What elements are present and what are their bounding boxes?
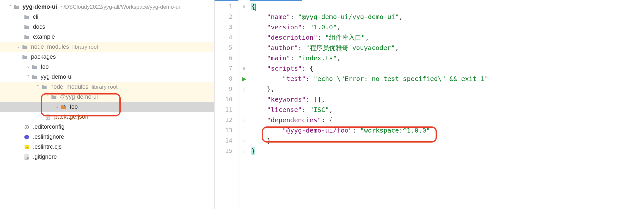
- code-line[interactable]: "keywords": [],: [250, 94, 644, 104]
- tree-item-node-modules[interactable]: › node_modules library root: [0, 42, 214, 52]
- folder-icon: [21, 44, 28, 51]
- margin-marker: [238, 43, 250, 53]
- library-root-label: library root: [92, 84, 117, 90]
- margin-marker: [238, 12, 250, 22]
- code-area[interactable]: { "name": "@yyg-demo-ui/yyg-demo-ui", "v…: [250, 0, 644, 209]
- code-line[interactable]: },: [250, 84, 644, 94]
- line-number: 5: [215, 43, 238, 53]
- tree-item-eslintrc[interactable]: JS .eslintrc.cjs: [0, 142, 214, 152]
- folder-label: foo: [41, 64, 49, 70]
- tree-item-linked-foo[interactable]: › foo: [0, 102, 214, 112]
- folder-label: node_modules: [31, 44, 69, 50]
- line-number: 11: [215, 104, 238, 115]
- tree-item-gitignore[interactable]: .gitignore: [0, 152, 214, 162]
- line-number: 10: [215, 94, 238, 104]
- folder-label: foo: [70, 104, 78, 110]
- chevron-down-icon: ˅: [25, 75, 31, 80]
- folder-link-icon: [60, 104, 67, 111]
- line-number: 6: [215, 53, 238, 63]
- code-line[interactable]: "author": "程序员优雅哥 youyacoder",: [250, 43, 644, 53]
- code-line[interactable]: "dependencies": {: [250, 115, 644, 125]
- code-line[interactable]: "description": "组件库入口",: [250, 32, 644, 43]
- folder-icon: [23, 14, 30, 21]
- margin-marker: ▶: [238, 74, 250, 84]
- tree-item-editorconfig[interactable]: .editorconfig: [0, 122, 214, 132]
- margin-marker: [238, 94, 250, 104]
- tree-item-cli[interactable]: cli: [0, 12, 214, 22]
- project-path: ~/DSCloudy2022/yyg-all/Workspace/yyg-dem…: [60, 4, 180, 10]
- svg-text:JS: JS: [25, 146, 28, 149]
- folder-label: docs: [33, 24, 45, 30]
- folder-icon: [23, 24, 30, 31]
- line-number: 8: [215, 74, 238, 84]
- margin-marker: [238, 104, 250, 115]
- fold-icon[interactable]: ⊟: [242, 118, 246, 122]
- line-number: 15: [215, 146, 238, 156]
- tree-item-example[interactable]: example: [0, 32, 214, 42]
- folder-icon: [31, 64, 38, 71]
- line-number: 7: [215, 63, 238, 74]
- tree-root-row[interactable]: ˅ yyg-demo-ui ~/DSCloudy2022/yyg-all/Wor…: [0, 2, 214, 12]
- chevron-down-icon: ˅: [35, 85, 41, 90]
- svg-point-3: [26, 126, 27, 127]
- margin-marker: [238, 32, 250, 43]
- code-line[interactable]: "license": "ISC",: [250, 104, 644, 115]
- folder-label: node_modules: [50, 84, 88, 90]
- margin-marker: ⊟: [238, 146, 250, 156]
- line-number: 3: [215, 22, 238, 32]
- svg-text:{}: {}: [46, 116, 48, 119]
- js-file-icon: JS: [23, 144, 30, 151]
- tree-item-docs[interactable]: docs: [0, 22, 214, 32]
- file-tree[interactable]: ˅ yyg-demo-ui ~/DSCloudy2022/yyg-all/Wor…: [0, 0, 215, 209]
- gitignore-icon: [23, 154, 30, 161]
- code-line[interactable]: "@yyg-demo-ui/foo": "workspace:^1.0.0": [250, 125, 644, 135]
- json-file-icon: {}: [45, 114, 52, 121]
- folder-icon: [50, 94, 57, 101]
- tree-item-packages-yyg-demo-ui[interactable]: ˅ yyg-demo-ui: [0, 72, 214, 82]
- file-label: .gitignore: [33, 154, 57, 160]
- code-line[interactable]: "name": "@yyg-demo-ui/yyg-demo-ui",: [250, 12, 644, 22]
- line-number: 12: [215, 115, 238, 125]
- margin-marker: ⊟: [238, 63, 250, 74]
- folder-label: example: [33, 34, 55, 40]
- margin-marker: ⊟: [238, 1, 250, 12]
- folder-icon: [41, 84, 48, 91]
- code-line[interactable]: "main": "index.ts",: [250, 53, 644, 63]
- line-number: 14: [215, 135, 238, 146]
- svg-point-8: [26, 157, 29, 159]
- folder-label: cli: [33, 14, 38, 20]
- code-line[interactable]: }: [250, 135, 644, 146]
- code-editor[interactable]: 123456789101112131415 ⊟⊟▶⊟⊟⊟⊟ { "name": …: [215, 0, 644, 209]
- code-line[interactable]: "version": "1.0.0",: [250, 22, 644, 32]
- chevron-down-icon: ˅: [7, 5, 13, 10]
- run-gutter-icon[interactable]: ▶: [242, 76, 246, 82]
- tree-item-inner-node-modules[interactable]: ˅ node_modules library root: [0, 82, 214, 92]
- margin-marker: [238, 53, 250, 63]
- margin-marker: ⊟: [238, 84, 250, 94]
- tree-item-eslintignore[interactable]: .eslintignore: [0, 132, 214, 142]
- fold-end-icon: ⊟: [242, 139, 246, 143]
- svg-marker-4: [25, 134, 29, 139]
- fold-icon[interactable]: ⊟: [242, 66, 246, 70]
- folder-label: @yyg-demo-ui: [60, 94, 98, 100]
- chevron-right-icon: ›: [54, 104, 60, 110]
- folder-label: yyg-demo-ui: [41, 74, 73, 80]
- code-line[interactable]: }: [250, 146, 644, 156]
- tree-item-packages[interactable]: ˅ packages: [0, 52, 214, 62]
- line-number: 9: [215, 84, 238, 94]
- code-line[interactable]: "scripts": {: [250, 63, 644, 74]
- line-number: 1: [215, 1, 238, 12]
- tree-item-scoped-package[interactable]: ˅ @yyg-demo-ui: [0, 92, 214, 102]
- fold-icon[interactable]: ⊟: [242, 5, 246, 8]
- library-root-label: library root: [72, 44, 98, 50]
- chevron-down-icon: ˅: [15, 55, 21, 60]
- code-line[interactable]: "test": "echo \"Error: no test specified…: [250, 74, 644, 84]
- margin-marker: ⊟: [238, 135, 250, 146]
- line-number: 13: [215, 125, 238, 135]
- fold-end-icon: ⊟: [242, 149, 246, 153]
- folder-icon: [21, 54, 28, 61]
- code-line[interactable]: {: [250, 1, 644, 12]
- tree-item-package-json[interactable]: {} package.json: [0, 112, 214, 122]
- tree-item-packages-foo[interactable]: › foo: [0, 62, 214, 72]
- margin-marker: [238, 22, 250, 32]
